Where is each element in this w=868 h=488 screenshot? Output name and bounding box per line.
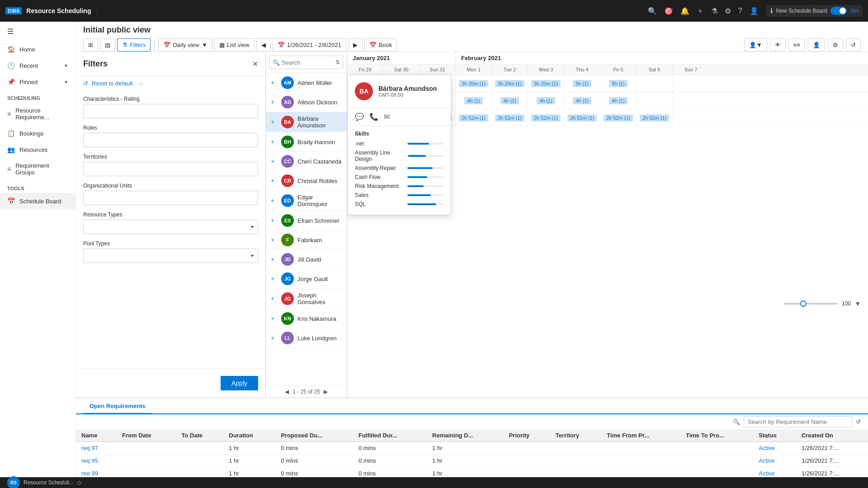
next-date-button[interactable]: ▶ <box>348 38 363 52</box>
filter-roles-input[interactable] <box>83 133 258 147</box>
eye-icon-btn[interactable]: 👁 <box>770 38 786 52</box>
expand-button[interactable]: ▼ <box>854 300 861 307</box>
resource-icon-btn[interactable]: 👤▼ <box>744 38 767 52</box>
resource-item[interactable]: ＋ LL Luke Lundgren <box>266 328 347 348</box>
filter-icon[interactable]: ⚗ <box>711 7 717 15</box>
requirement-search-input[interactable] <box>744 416 852 427</box>
chat-icon[interactable]: 💬 <box>355 113 364 121</box>
hamburger-menu[interactable]: ☰ <box>0 22 75 41</box>
sidebar-item-resource-requirements[interactable]: ≡ Resource Requireme... <box>0 103 75 125</box>
req-99-status[interactable]: Active <box>759 470 774 475</box>
sidebar-item-home[interactable]: 🏠 Home <box>0 41 75 57</box>
slider-thumb[interactable] <box>800 300 807 307</box>
bell-icon[interactable]: 🔔 <box>680 7 689 15</box>
day-tue2: Tue 2 <box>492 65 528 75</box>
resource-search-input[interactable] <box>282 56 334 69</box>
toggle-switch[interactable] <box>830 7 847 15</box>
date-range-label: 1/26/2021 - 2/8/2021 <box>287 42 341 48</box>
req-time-from <box>601 467 680 476</box>
status-bar: RS Resource Scheduli... ◇ <box>0 477 868 488</box>
prev-page-icon[interactable]: ◀ <box>285 389 289 395</box>
daily-view-button[interactable]: 📅 Daily view ▼ <box>158 38 212 52</box>
filter-territories-input[interactable] <box>83 162 258 176</box>
resource-item[interactable]: ＋ ED Edgar Dominquez <box>266 191 347 211</box>
sidebar-item-pinned[interactable]: 📌 Pinned ▼ <box>0 74 75 90</box>
refresh-icon-bottom[interactable]: ↺ <box>856 418 861 425</box>
date-range-calendar-icon: 📅 <box>278 42 285 48</box>
next-page-icon[interactable]: ▶ <box>324 389 328 395</box>
filter-resource-types-select[interactable] <box>83 220 258 234</box>
filters-button[interactable]: ⚗ Filters <box>117 38 151 52</box>
add-icon: ＋ <box>269 255 276 263</box>
req-97-link[interactable]: req 97 <box>81 445 98 451</box>
email-icon[interactable]: ✉ <box>384 113 390 121</box>
phone-icon[interactable]: 📞 <box>369 113 378 121</box>
req-97-status[interactable]: Active <box>759 445 774 451</box>
user-icon[interactable]: 👤 <box>750 7 759 15</box>
target-icon[interactable]: 🎯 <box>664 7 673 15</box>
columns-icon-btn[interactable]: ≡≡ <box>788 38 805 52</box>
resource-item[interactable]: ＋ KN Kris Nakamura <box>266 309 347 328</box>
sidebar-item-requirement-groups[interactable]: ≡ Requirement Groups <box>0 158 75 180</box>
help-icon[interactable]: ? <box>738 7 742 15</box>
gantt-cell: 4h (1) <box>456 92 492 109</box>
date-range-button[interactable]: 📅 1/26/2021 - 2/8/2021 <box>273 38 346 52</box>
resource-item[interactable]: ＋ AM Adrien Müller <box>266 73 347 93</box>
grid-view-button[interactable]: ⊞ <box>83 38 98 52</box>
book-button[interactable]: 📅 Book <box>364 38 397 52</box>
req-95-status[interactable]: Active <box>759 457 774 464</box>
prev-date-button[interactable]: ◀ <box>256 38 271 52</box>
new-schedule-toggle[interactable]: ℹ New Schedule Board On <box>766 5 863 17</box>
resource-item[interactable]: ＋ JG Joseph Gonsalves <box>266 289 347 309</box>
settings-icon[interactable]: ⚙ <box>725 7 731 15</box>
sort-icon[interactable]: ⇅ <box>335 59 340 66</box>
skill-name: Cash Flow <box>355 174 381 180</box>
gear-icon-btn[interactable]: ⚙ <box>828 38 843 52</box>
zoom-slider[interactable] <box>784 303 838 305</box>
req-created-on: 1/26/2021 7:... <box>796 467 868 476</box>
list-view-button[interactable]: ▦ List view <box>214 38 255 52</box>
resource-item[interactable]: ＋ JG Jorge Gault <box>266 269 347 289</box>
profile-timezone: GMT-08:00 <box>378 92 437 98</box>
slider-row: 100 ▼ <box>784 300 861 307</box>
req-time-from <box>601 442 680 455</box>
resource-item-barbara[interactable]: ＋ BA Bárbara Amundson <box>266 112 347 132</box>
map-icon-btn[interactable]: 👤 <box>808 38 825 52</box>
sidebar-item-schedule-board[interactable]: 📅 Schedule Board <box>0 193 75 209</box>
plus-icon[interactable]: ＋ <box>697 6 704 16</box>
filters-close-button[interactable]: ✕ <box>252 60 258 68</box>
day-sun31: Sun 31 <box>420 65 456 75</box>
req-95-link[interactable]: req 95 <box>81 457 98 464</box>
resource-item[interactable]: ＋ BH Brady Hannon <box>266 132 347 152</box>
req-time-to <box>680 442 753 455</box>
col-time-from: Time From Pr... <box>601 429 680 442</box>
list-icon: ▦ <box>219 42 225 48</box>
status-bar-left: RS Resource Scheduli... ◇ <box>7 476 81 488</box>
filter-org-units-input[interactable] <box>83 191 258 205</box>
filters-reset-row[interactable]: ↺ Reset to default ··· <box>76 76 265 90</box>
req-territory <box>550 442 602 455</box>
req-99-link[interactable]: req 99 <box>81 470 98 475</box>
req-remaining: 1 hr <box>427 467 504 476</box>
req-priority <box>504 442 550 455</box>
sidebar-item-resources[interactable]: 👥 Resources <box>0 141 75 158</box>
brand-logo[interactable]: D365 Resource Scheduling <box>5 7 98 14</box>
requirements-table: Name From Date To Date Duration Proposed… <box>76 429 868 475</box>
resource-item[interactable]: ＋ AD Allison Dickson <box>266 93 347 112</box>
list-view-icon-button[interactable]: ▤ <box>100 38 115 52</box>
refresh-icon-btn[interactable]: ↺ <box>846 38 861 52</box>
home-icon: 🏠 <box>7 46 15 53</box>
apply-button[interactable]: Apply <box>221 376 258 390</box>
filter-pool-types-select[interactable] <box>83 249 258 263</box>
sidebar-item-recent[interactable]: 🕐 Recent ▼ <box>0 57 75 74</box>
resource-item[interactable]: ＋ CC Cheri Castaneda <box>266 152 347 171</box>
search-icon[interactable]: 🔍 <box>648 7 657 15</box>
filter-characteristics-input[interactable] <box>83 104 258 118</box>
resource-item[interactable]: ＋ CR Christal Robles <box>266 171 347 191</box>
resource-item[interactable]: ＋ ES Efrain Schreiner <box>266 211 347 230</box>
resource-item[interactable]: ＋ JD Jill David <box>266 250 347 269</box>
resource-item[interactable]: ＋ F Fabrikam <box>266 230 347 250</box>
tab-open-requirements[interactable]: Open Requirements <box>83 399 152 414</box>
gantt-cell: 5h (1) <box>564 75 600 92</box>
sidebar-item-bookings[interactable]: 📋 Bookings <box>0 125 75 141</box>
